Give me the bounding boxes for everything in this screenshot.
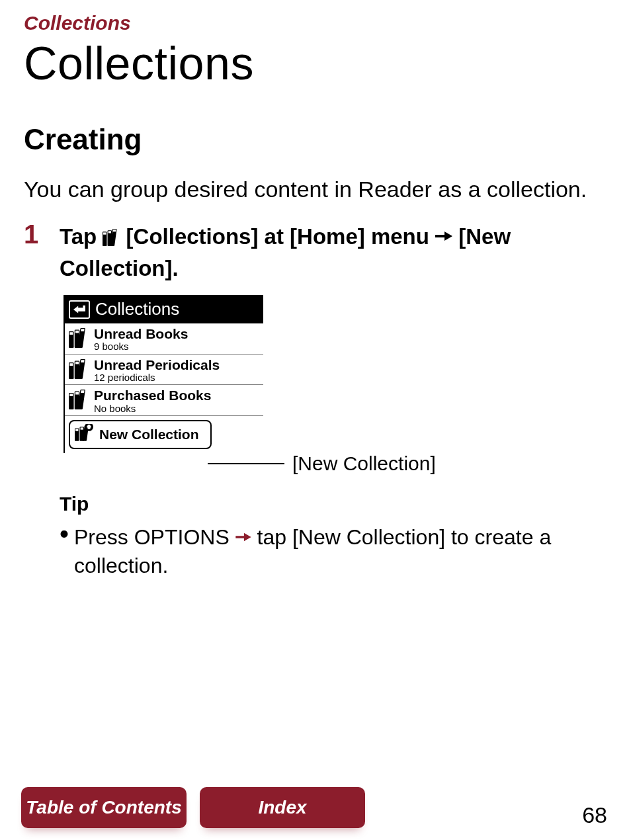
tip-text: Press OPTIONS tap [New Collection] to cr… bbox=[74, 522, 607, 580]
list-item: Purchased Books No books bbox=[65, 385, 263, 416]
collections-icon bbox=[69, 359, 89, 382]
subheading-creating: Creating bbox=[24, 123, 607, 156]
device-header: Collections bbox=[65, 295, 263, 323]
footer: Table of Contents Index 68 bbox=[21, 787, 607, 828]
device-screenshot: Collections Unread Books 9 books bbox=[24, 295, 607, 453]
callout-line bbox=[208, 463, 284, 464]
step-1: 1 Tap [Collections] at [Home] menu [New … bbox=[24, 221, 607, 283]
tip-block: Tip • Press OPTIONS tap [New Collection]… bbox=[60, 493, 607, 580]
row-title: Purchased Books bbox=[94, 388, 211, 403]
bullet-icon: • bbox=[60, 522, 69, 546]
device-header-title: Collections bbox=[95, 299, 179, 319]
list-item: Unread Books 9 books bbox=[65, 323, 263, 355]
tip-heading: Tip bbox=[60, 493, 607, 515]
row-subtitle: 12 periodicals bbox=[94, 372, 220, 384]
toc-button[interactable]: Table of Contents bbox=[21, 787, 187, 828]
arrow-right-icon bbox=[235, 524, 257, 548]
tip-text-pre: Press OPTIONS bbox=[74, 525, 235, 549]
row-subtitle: No books bbox=[94, 403, 211, 415]
page-title: Collections bbox=[24, 37, 607, 90]
arrow-right-icon bbox=[435, 221, 452, 251]
section-label: Collections bbox=[24, 12, 607, 34]
list-item: Unread Periodicals 12 periodicals bbox=[65, 355, 263, 386]
step-instruction: Tap [Collections] at [Home] menu [New Co… bbox=[60, 221, 607, 283]
intro-paragraph: You can group desired content in Reader … bbox=[24, 175, 607, 204]
step-text-pre: Tap bbox=[60, 224, 103, 249]
page-number: 68 bbox=[582, 802, 607, 828]
collections-icon bbox=[69, 390, 89, 412]
new-collection-label: New Collection bbox=[99, 427, 199, 442]
collections-icon bbox=[103, 224, 120, 254]
row-title: Unread Periodicals bbox=[94, 357, 220, 372]
new-collection-icon bbox=[74, 424, 94, 445]
row-subtitle: 9 books bbox=[94, 341, 188, 353]
collections-icon bbox=[69, 328, 89, 351]
step-number: 1 bbox=[24, 221, 50, 247]
callout: [New Collection] bbox=[208, 452, 436, 475]
step-text-mid1: [Collections] at [Home] menu bbox=[126, 224, 436, 249]
row-title: Unread Books bbox=[94, 326, 188, 341]
new-collection-row: New Collection bbox=[69, 420, 212, 449]
back-icon bbox=[69, 300, 90, 319]
index-button[interactable]: Index bbox=[200, 787, 365, 828]
callout-label: [New Collection] bbox=[292, 452, 436, 475]
